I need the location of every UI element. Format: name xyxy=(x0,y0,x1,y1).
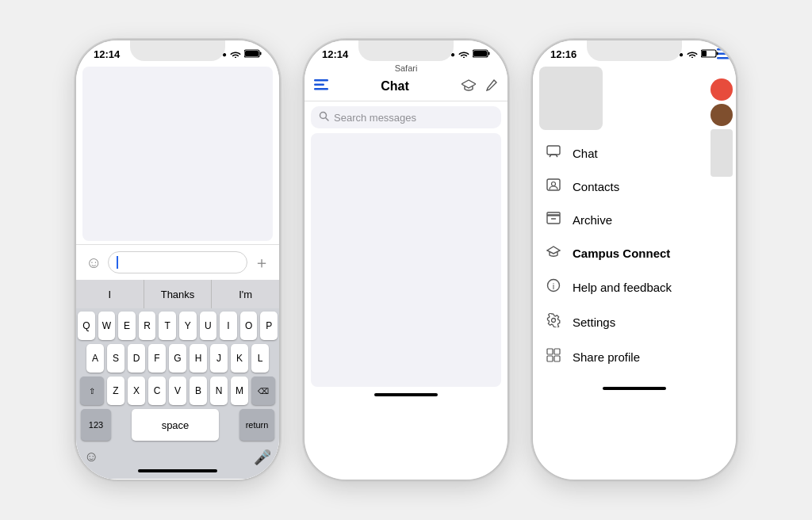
svg-rect-12 xyxy=(717,52,718,55)
key-q[interactable]: Q xyxy=(78,312,95,340)
wifi-icon-2 xyxy=(458,50,469,59)
key-b[interactable]: B xyxy=(190,377,207,405)
battery-icon-2 xyxy=(473,49,490,59)
key-h[interactable]: H xyxy=(190,344,207,373)
key-x[interactable]: X xyxy=(128,377,145,405)
right-avatar-strip xyxy=(710,78,733,177)
key-r[interactable]: R xyxy=(139,312,156,340)
menu-item-share[interactable]: Share profile xyxy=(533,339,736,374)
key-shift[interactable]: ⇧ xyxy=(80,377,104,405)
svg-rect-4 xyxy=(488,52,490,55)
time-3: 12:16 xyxy=(550,48,576,60)
key-c[interactable]: C xyxy=(148,377,166,405)
nav-icons-2 xyxy=(462,78,498,94)
key-e[interactable]: E xyxy=(118,312,136,340)
kb-emoji-icon[interactable]: ☺ xyxy=(84,449,98,466)
wifi-icon-3 xyxy=(687,50,698,59)
key-s[interactable]: S xyxy=(107,344,124,373)
autocomplete-im[interactable]: I'm xyxy=(212,280,279,308)
help-icon: i xyxy=(546,278,561,296)
menu-item-settings[interactable]: Settings xyxy=(533,304,736,339)
autocomplete-i[interactable]: I xyxy=(76,280,144,308)
autocomplete-bar: I Thanks I'm xyxy=(76,280,279,308)
edit-icon[interactable] xyxy=(485,78,498,94)
svg-rect-26 xyxy=(554,356,560,361)
key-m[interactable]: M xyxy=(231,377,248,405)
key-i[interactable]: I xyxy=(220,312,237,340)
menu-list: Chat Contacts Archive xyxy=(533,133,736,377)
key-d[interactable]: D xyxy=(128,344,145,373)
key-a[interactable]: A xyxy=(86,344,104,373)
svg-rect-2 xyxy=(245,51,259,56)
key-l[interactable]: L xyxy=(251,344,269,373)
svg-rect-7 xyxy=(314,84,324,86)
svg-rect-8 xyxy=(314,88,328,90)
text-cursor xyxy=(117,256,118,269)
key-o[interactable]: O xyxy=(240,312,258,340)
key-numbers[interactable]: 123 xyxy=(81,409,111,441)
chat-area xyxy=(82,67,273,241)
right-avatar-brown xyxy=(710,104,733,126)
nav-bar-2: Chat xyxy=(304,75,508,101)
menu-item-help[interactable]: i Help and feedback xyxy=(533,270,736,304)
phone3-top xyxy=(533,63,736,133)
home-bar-2 xyxy=(374,393,438,396)
notch-1 xyxy=(130,40,225,61)
nav-title-2: Chat xyxy=(381,79,409,94)
svg-rect-5 xyxy=(473,51,487,56)
search-bar[interactable]: Search messages xyxy=(311,106,501,128)
emoji-button[interactable]: ☺ xyxy=(86,254,102,272)
menu-label-archive: Archive xyxy=(573,213,612,227)
key-delete[interactable]: ⌫ xyxy=(251,377,275,405)
svg-rect-14 xyxy=(547,146,560,155)
keyboard: Q W E R T Y U I O P A S D F G H xyxy=(76,308,279,479)
key-p[interactable]: P xyxy=(260,312,278,340)
text-input[interactable] xyxy=(108,251,247,273)
search-placeholder: Search messages xyxy=(334,112,416,124)
key-v[interactable]: V xyxy=(169,377,186,405)
svg-rect-23 xyxy=(547,349,553,354)
phone-2: 12:14 ●●● Safari Chat xyxy=(304,40,508,480)
svg-rect-1 xyxy=(260,52,262,55)
nav-menu-icon[interactable] xyxy=(314,78,328,94)
key-u[interactable]: U xyxy=(200,312,217,340)
menu-item-chat[interactable]: Chat xyxy=(533,136,736,170)
share-icon xyxy=(546,348,561,365)
key-g[interactable]: G xyxy=(169,344,186,373)
main-avatar xyxy=(539,67,603,130)
home-bar-1 xyxy=(138,469,217,472)
add-button[interactable]: ＋ xyxy=(254,252,270,273)
key-k[interactable]: K xyxy=(231,344,248,373)
battery-icon-3 xyxy=(701,49,718,59)
home-bar-3 xyxy=(603,387,666,390)
svg-rect-25 xyxy=(547,356,553,361)
battery-icon xyxy=(244,49,262,59)
key-w[interactable]: W xyxy=(98,312,116,340)
svg-point-22 xyxy=(552,319,556,323)
key-space[interactable]: space xyxy=(132,409,219,441)
key-f[interactable]: F xyxy=(148,344,166,373)
key-y[interactable]: Y xyxy=(179,312,197,340)
cap-icon[interactable] xyxy=(462,78,476,94)
phone-1: 12:14 ●●● ☺ ＋ xyxy=(76,40,279,480)
browser-label: Safari xyxy=(304,63,508,73)
key-j[interactable]: J xyxy=(210,344,228,373)
key-t[interactable]: T xyxy=(159,312,176,340)
key-n[interactable]: N xyxy=(210,377,228,405)
kb-mic-icon[interactable]: 🎤 xyxy=(254,449,271,466)
time-2: 12:14 xyxy=(322,48,348,60)
svg-line-10 xyxy=(326,118,329,121)
menu-item-contacts[interactable]: Contacts xyxy=(533,170,736,203)
right-avatar-red xyxy=(710,78,733,101)
menu-label-campus: Campus Connect xyxy=(573,247,670,260)
menu-item-archive[interactable]: Archive xyxy=(533,203,736,236)
archive-icon xyxy=(546,212,561,228)
search-icon xyxy=(319,111,329,124)
autocomplete-thanks[interactable]: Thanks xyxy=(144,280,213,308)
menu-item-campus[interactable]: Campus Connect xyxy=(533,236,736,270)
input-row[interactable]: ☺ ＋ xyxy=(76,244,279,280)
key-z[interactable]: Z xyxy=(107,377,124,405)
key-return[interactable]: return xyxy=(239,409,274,441)
menu-label-chat: Chat xyxy=(573,147,598,160)
menu-label-settings: Settings xyxy=(573,315,615,329)
